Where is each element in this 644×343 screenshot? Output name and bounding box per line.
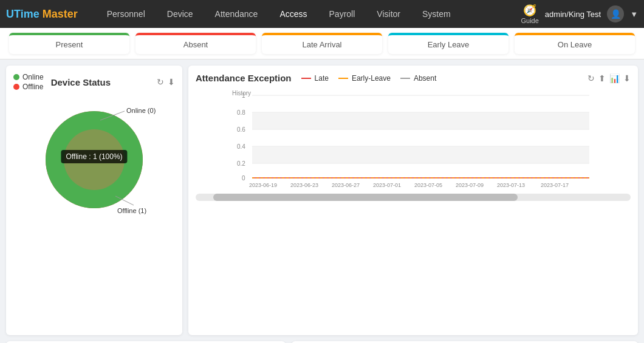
guide-button[interactable]: 🧭 Guide [521,4,539,24]
device-legend: Online Offline [13,73,44,91]
refresh-icon[interactable]: ↻ [157,77,164,87]
svg-rect-4 [252,112,589,129]
legend-absent-label: Absent [414,74,436,83]
status-card-early-leave-label: Early Leave [397,40,500,49]
status-card-on-leave-label: On Leave [523,40,626,49]
nav-item-visitor[interactable]: Visitor [366,0,411,28]
device-status-card: Online Offline Device Status ↻ ⬇ [6,66,182,335]
svg-text:2023-07-17: 2023-07-17 [541,182,569,188]
online-label-text: Online (0) [126,107,156,114]
legend-late-label: Late [315,74,329,83]
download-icon[interactable]: ⬇ [168,77,175,87]
user-info[interactable]: admin/King Test [545,10,601,19]
svg-text:2023-07-09: 2023-07-09 [456,182,484,188]
nav-item-access[interactable]: Access [269,0,318,28]
svg-text:2023-07-05: 2023-07-05 [414,182,442,188]
attendance-chart-area: History 1 0.8 0.6 0.4 0.2 [196,88,631,191]
status-card-present[interactable]: Present [9,33,129,54]
legend-early-leave-label: Early-Leave [352,74,391,83]
legend-online-label: Online [22,73,44,81]
status-card-late-label: Late Arrival [270,40,374,49]
attendance-card-actions: ↻ ⬆ 📊 ⬇ [587,73,631,83]
attendance-card-header: Attendance Exception Late Early-Leave Ab… [196,73,631,83]
device-card-actions: ↻ ⬇ [157,77,175,87]
chart-scrollbar[interactable] [196,194,631,201]
download-icon-attendance[interactable]: ⬇ [623,73,631,83]
svg-text:2023-06-27: 2023-06-27 [332,182,360,188]
attendance-exception-card: Attendance Exception Late Early-Leave Ab… [188,66,638,335]
late-line-icon [301,78,311,79]
status-cards-row: Present Absent Late Arrival Early Leave … [0,28,644,59]
main-content: Online Offline Device Status ↻ ⬇ [0,59,644,341]
svg-rect-9 [252,146,589,163]
legend-online: Online [13,73,44,81]
offline-label-text: Offline (1) [117,207,146,214]
nav-right: 🧭 Guide admin/King Test 👤 ▼ [521,4,639,24]
svg-text:0.8: 0.8 [237,109,245,116]
attendance-chart-svg: History 1 0.8 0.6 0.4 0.2 [196,88,631,191]
nav-item-attendance[interactable]: Attendance [204,0,269,28]
svg-text:2023-07-01: 2023-07-01 [373,182,401,188]
status-card-late[interactable]: Late Arrival [262,33,382,54]
logo-master: Master [39,8,78,20]
legend-absent: Absent [400,74,436,83]
legend-offline: Offline [13,83,44,91]
status-card-absent-label: Absent [144,40,247,49]
chart-scrollbar-thumb[interactable] [213,194,518,201]
dropdown-icon[interactable]: ▼ [630,10,638,19]
nav-item-system[interactable]: System [411,0,462,28]
logo-u: U [6,8,14,20]
logo: UTime Master [6,8,78,21]
avatar[interactable]: 👤 [607,5,624,22]
nav-item-personnel[interactable]: Personnel [96,0,156,28]
attendance-title: Attendance Exception [196,73,292,83]
user-label: admin/King Test [545,10,601,19]
status-card-present-label: Present [18,40,121,49]
offline-dot [13,84,19,90]
nav-item-payroll[interactable]: Payroll [318,0,366,28]
device-status-header: Online Offline Device Status ↻ ⬇ [13,73,175,91]
legend-late: Late [301,74,329,83]
nav-item-device[interactable]: Device [156,0,204,28]
refresh-icon-attendance[interactable]: ↻ [587,73,595,83]
svg-text:1: 1 [242,92,245,99]
status-card-absent[interactable]: Absent [135,33,256,54]
status-card-on-leave[interactable]: On Leave [515,33,635,54]
pie-chart-container: Online (0) Offline (1) Offline : 1 (100%… [13,96,175,217]
svg-text:2023-06-23: 2023-06-23 [290,182,318,188]
logo-time: Time [14,8,39,20]
upload-icon-attendance[interactable]: ⬆ [598,73,606,83]
online-dot [13,74,19,80]
svg-text:0.6: 0.6 [237,126,245,133]
chart-legend: Late Early-Leave Absent [301,74,437,83]
absent-line-icon [400,78,410,79]
status-card-early-leave[interactable]: Early Leave [388,33,509,54]
device-status-title: Device Status [51,77,111,87]
svg-text:0.4: 0.4 [237,143,245,150]
svg-text:0: 0 [242,175,245,182]
navbar: UTime Master Personnel Device Attendance… [0,0,644,28]
svg-text:2023-06-19: 2023-06-19 [249,182,277,188]
nav-links: Personnel Device Attendance Access Payro… [96,0,521,28]
svg-text:2023-07-13: 2023-07-13 [497,182,525,188]
chart-icon-attendance[interactable]: 📊 [609,73,620,83]
guide-icon: 🧭 [523,4,536,17]
pie-tooltip: Offline : 1 (100%) [61,150,127,163]
legend-early-leave: Early-Leave [338,74,391,83]
guide-label: Guide [521,17,539,24]
svg-text:0.2: 0.2 [237,160,245,167]
early-leave-line-icon [338,78,348,79]
legend-offline-label: Offline [22,83,43,91]
